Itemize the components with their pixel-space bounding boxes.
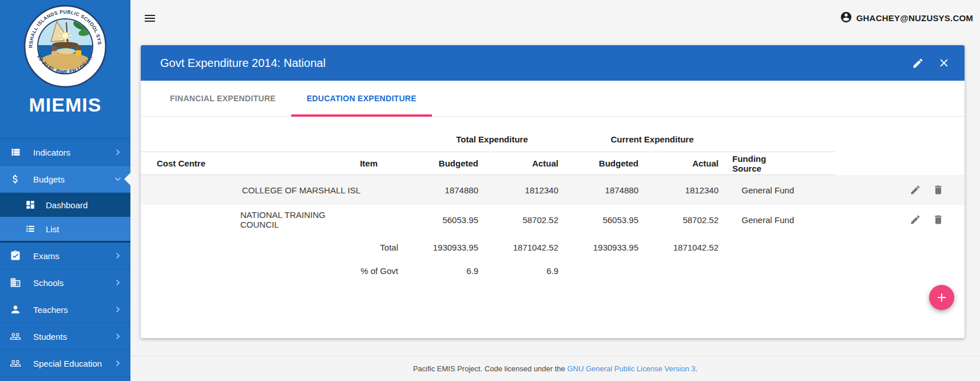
sidebar-item-label: Teachers	[33, 305, 112, 315]
funding-source-cell: General Fund	[732, 175, 835, 205]
footer-suffix: .	[695, 364, 697, 373]
add-button[interactable]	[929, 285, 954, 310]
cost-centre-cell	[141, 205, 240, 235]
exam-clipboard-icon	[9, 249, 22, 262]
school-system-seal-logo: MARSHALL ISLANDS PUBLIC SCHOOL SYSTEM “E…	[23, 5, 107, 88]
column-header-cost-centre: Cost Centre	[141, 152, 240, 175]
person-icon	[9, 303, 22, 316]
current-actual-cell: 58702.52	[652, 205, 732, 235]
row-edit-icon[interactable]	[908, 213, 922, 227]
sidebar-item-exams[interactable]: Exams	[0, 243, 130, 269]
sidebar-item-schools[interactable]: Schools	[0, 269, 130, 296]
table-total-row: Total 1930933.95 1871042.52 1930933.95 1…	[141, 235, 965, 260]
row-delete-icon[interactable]	[931, 183, 945, 197]
cost-centre-cell	[141, 175, 240, 205]
column-header-budgeted: Budgeted	[412, 152, 492, 175]
table-row: NATIONAL TRAINING COUNCIL 56053.95 58702…	[141, 205, 965, 235]
group-header-current-expenditure: Current Expenditure	[572, 127, 732, 152]
sidebar-item-label: Exams	[33, 251, 112, 261]
account-menu[interactable]: GHACHEY@NUZUSYS.COM	[840, 11, 974, 26]
table-group-header-row: Total Expenditure Current Expenditure	[141, 127, 965, 152]
footer-text: Pacific EMIS Project. Code licensed unde…	[413, 364, 565, 373]
sidebar-item-teachers[interactable]: Teachers	[0, 296, 130, 323]
close-icon[interactable]	[937, 56, 951, 70]
sidebar-item-students[interactable]: Students	[0, 323, 130, 350]
chevron-right-icon	[112, 146, 124, 158]
sidebar-item-budgets-dashboard[interactable]: Dashboard	[0, 193, 130, 217]
chevron-right-icon	[112, 331, 124, 342]
table-row: COLLEGE OF MARSHALL ISL 1874880 1812340 …	[141, 175, 965, 205]
main-area: GHACHEY@NUZUSYS.COM Govt Expenditure 201…	[130, 0, 980, 381]
total-budgeted-cell: 1874880	[412, 175, 492, 205]
current-actual-cell: 1812340	[652, 175, 732, 205]
row-edit-icon[interactable]	[908, 183, 922, 197]
license-link[interactable]: GNU General Public License Version 3	[567, 364, 695, 373]
edit-icon[interactable]	[911, 56, 925, 70]
expenditure-table: Total Expenditure Current Expenditure Co…	[141, 127, 965, 281]
brand-title: MIEMIS	[29, 94, 102, 116]
sidebar-item-special-education[interactable]: Special Education	[0, 350, 130, 377]
footer: Pacific EMIS Project. Code licensed unde…	[130, 356, 980, 381]
sidebar-item-label: Dashboard	[46, 200, 124, 210]
dialog-title: Govt Expenditure 2014: National	[160, 57, 911, 70]
sidebar-item-label: Budgets	[33, 174, 112, 184]
budgets-submenu: Dashboard List	[0, 193, 130, 243]
funding-source-cell: General Fund	[732, 205, 835, 235]
column-header-actual: Actual	[652, 152, 732, 175]
content-area: Govt Expenditure 2014: National FINANCIA…	[130, 36, 980, 356]
chevron-right-icon	[112, 358, 124, 369]
brand-block: MARSHALL ISLANDS PUBLIC SCHOOL SYSTEM “E…	[0, 0, 130, 138]
column-header-item: Item	[240, 152, 412, 175]
chevron-right-icon	[112, 250, 124, 261]
chevron-right-icon	[112, 304, 124, 315]
dollar-icon	[9, 173, 22, 185]
percent-actual: 6.9	[492, 260, 572, 281]
row-delete-icon[interactable]	[931, 213, 945, 227]
current-actual-sum: 1871042.52	[652, 235, 732, 260]
current-budgeted-cell: 56053.95	[572, 205, 652, 235]
item-cell: COLLEGE OF MARSHALL ISL	[240, 175, 412, 205]
table-header-row: Cost Centre Item Budgeted Actual Budgete…	[141, 152, 965, 175]
current-budgeted-sum: 1930933.95	[572, 235, 652, 260]
total-actual-cell: 58702.52	[492, 205, 572, 235]
sidebar-item-label: Special Education	[33, 359, 112, 368]
account-circle-icon	[840, 11, 852, 26]
people-icon	[9, 357, 22, 370]
column-header-actual: Actual	[492, 152, 572, 175]
current-budgeted-cell: 1874880	[572, 175, 652, 205]
group-header-total-expenditure: Total Expenditure	[412, 127, 572, 152]
menu-toggle-button[interactable]	[141, 10, 158, 27]
sidebar-menu: Indicators Budgets Da	[0, 138, 130, 377]
sidebar-item-budgets-list[interactable]: List	[0, 217, 130, 241]
total-row-label: Total	[240, 235, 412, 260]
topbar: GHACHEY@NUZUSYS.COM	[130, 0, 980, 36]
column-header-budgeted: Budgeted	[572, 152, 652, 175]
percent-row-label: % of Govt	[240, 260, 412, 281]
item-cell: NATIONAL TRAINING COUNCIL	[240, 205, 412, 235]
chevron-right-icon	[112, 277, 124, 288]
people-icon	[9, 330, 22, 343]
account-email: GHACHEY@NUZUSYS.COM	[856, 13, 973, 23]
total-budgeted-sum: 1930933.95	[412, 235, 492, 260]
school-building-icon	[9, 276, 22, 289]
chevron-down-icon	[112, 173, 124, 185]
view-list-icon	[9, 146, 22, 158]
column-header-funding-source: Funding Source	[732, 152, 835, 175]
sidebar: MARSHALL ISLANDS PUBLIC SCHOOL SYSTEM “E…	[0, 0, 130, 381]
tab-bar: FINANCIAL EXPENDITURE EDUCATION EXPENDIT…	[141, 81, 965, 117]
sidebar-item-indicators[interactable]: Indicators	[0, 139, 130, 166]
total-actual-sum: 1871042.52	[492, 235, 572, 260]
total-actual-cell: 1812340	[492, 175, 572, 205]
sidebar-item-label: Indicators	[33, 148, 112, 157]
list-icon	[24, 223, 37, 235]
sidebar-item-label: Schools	[33, 278, 112, 288]
percent-budgeted: 6.9	[412, 260, 492, 281]
app-root: MARSHALL ISLANDS PUBLIC SCHOOL SYSTEM “E…	[0, 0, 980, 381]
sidebar-item-budgets[interactable]: Budgets	[0, 166, 130, 193]
sidebar-item-label: List	[46, 224, 124, 234]
tab-financial-expenditure[interactable]: FINANCIAL EXPENDITURE	[154, 81, 291, 116]
tab-education-expenditure[interactable]: EDUCATION EXPENDITURE	[291, 81, 432, 116]
expenditure-dialog: Govt Expenditure 2014: National FINANCIA…	[141, 45, 965, 338]
sidebar-item-label: Students	[33, 332, 112, 342]
total-budgeted-cell: 56053.95	[412, 205, 492, 235]
